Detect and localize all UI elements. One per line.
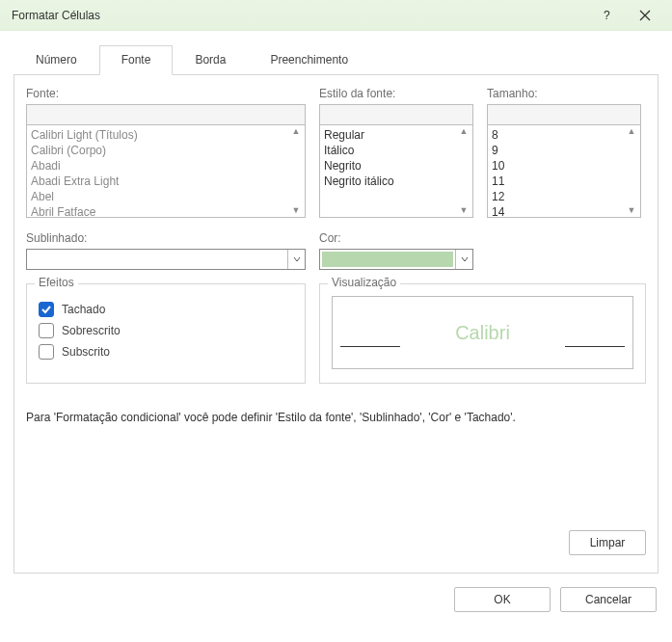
font-listbox[interactable]: Calibri Light (Títulos) Calibri (Corpo) … — [26, 125, 306, 218]
list-item[interactable]: 12 — [492, 189, 636, 204]
list-item[interactable]: 10 — [492, 158, 636, 174]
close-icon — [639, 10, 651, 21]
tab-border[interactable]: Borda — [173, 45, 248, 75]
preview-box: Calibri — [332, 296, 633, 369]
size-listbox[interactable]: 8 9 10 11 12 14 ▲▼ — [487, 125, 641, 218]
effects-group: Efeitos Tachado Sobrescrito Subscrito — [26, 283, 306, 384]
dropdown-button[interactable] — [287, 250, 305, 269]
clear-button[interactable]: Limpar — [569, 530, 646, 555]
help-button[interactable]: ? — [587, 0, 626, 31]
chevron-up-icon: ▲ — [292, 127, 301, 136]
list-item[interactable]: 9 — [492, 143, 636, 158]
underline-value — [27, 250, 287, 269]
subscript-label: Subscrito — [62, 345, 110, 359]
scrollbar[interactable]: ▲▼ — [625, 127, 638, 215]
list-item[interactable]: Abril Fatface — [31, 204, 301, 218]
font-label: Fonte: — [26, 87, 306, 100]
list-item[interactable]: 8 — [492, 127, 636, 143]
font-input[interactable] — [26, 104, 306, 125]
scrollbar[interactable]: ▲▼ — [457, 127, 470, 215]
chevron-up-icon: ▲ — [460, 127, 469, 136]
chevron-down-icon: ▼ — [292, 206, 301, 215]
list-item[interactable]: Regular — [324, 127, 469, 143]
underline-combo[interactable] — [26, 249, 306, 270]
list-item[interactable]: Calibri Light (Títulos) — [31, 127, 301, 143]
preview-line — [340, 346, 400, 347]
preview-text: Calibri — [455, 322, 510, 344]
size-input[interactable] — [487, 104, 641, 125]
subscript-checkbox[interactable]: Subscrito — [39, 344, 293, 360]
checkbox-icon — [39, 344, 54, 360]
superscript-checkbox[interactable]: Sobrescrito — [39, 323, 293, 338]
tab-number[interactable]: Número — [13, 45, 99, 75]
color-label: Cor: — [319, 231, 473, 245]
list-item[interactable]: Negrito — [324, 158, 469, 174]
tab-panel-font: Fonte: Calibri Light (Títulos) Calibri (… — [13, 75, 659, 574]
help-icon: ? — [601, 10, 612, 21]
dialog-title: Formatar Células — [12, 9, 587, 22]
strikethrough-checkbox[interactable]: Tachado — [39, 302, 293, 317]
list-item[interactable]: Abel — [31, 189, 301, 204]
tab-fill[interactable]: Preenchimento — [248, 45, 370, 75]
checkbox-icon — [39, 323, 54, 338]
info-text: Para 'Formatação condicional' você pode … — [26, 411, 646, 424]
list-item[interactable]: Negrito itálico — [324, 174, 469, 189]
ok-button[interactable]: OK — [454, 587, 551, 612]
superscript-label: Sobrescrito — [62, 324, 121, 337]
svg-text:?: ? — [604, 10, 610, 21]
close-button[interactable] — [626, 0, 664, 31]
list-item[interactable]: Itálico — [324, 143, 469, 158]
tab-font[interactable]: Fonte — [99, 45, 174, 75]
preview-line — [565, 346, 625, 347]
color-combo[interactable] — [319, 249, 473, 270]
preview-group: Visualização Calibri — [319, 283, 646, 384]
list-item[interactable]: 11 — [492, 174, 636, 189]
style-listbox[interactable]: Regular Itálico Negrito Negrito itálico … — [319, 125, 473, 218]
chevron-down-icon: ▼ — [460, 206, 469, 215]
style-label: Estilo da fonte: — [319, 87, 473, 100]
color-swatch — [322, 252, 453, 267]
cancel-button[interactable]: Cancelar — [560, 587, 657, 612]
title-bar: Formatar Células ? — [0, 0, 672, 31]
chevron-up-icon: ▲ — [628, 127, 636, 136]
dropdown-button[interactable] — [455, 250, 472, 269]
effects-legend: Efeitos — [35, 276, 78, 289]
dialog-footer: OK Cancelar — [0, 574, 672, 626]
underline-label: Sublinhado: — [26, 231, 306, 245]
preview-legend: Visualização — [328, 276, 400, 289]
scrollbar[interactable]: ▲▼ — [289, 127, 303, 215]
tab-strip: Número Fonte Borda Preenchimento — [13, 44, 659, 75]
list-item[interactable]: Abadi — [31, 158, 301, 174]
checkbox-icon — [39, 302, 54, 317]
style-input[interactable] — [319, 104, 473, 125]
chevron-down-icon — [293, 255, 301, 263]
chevron-down-icon — [461, 255, 469, 263]
strikethrough-label: Tachado — [62, 303, 105, 316]
size-label: Tamanho: — [487, 87, 641, 100]
list-item[interactable]: 14 — [492, 204, 636, 218]
chevron-down-icon: ▼ — [628, 206, 636, 215]
list-item[interactable]: Abadi Extra Light — [31, 174, 301, 189]
list-item[interactable]: Calibri (Corpo) — [31, 143, 301, 158]
